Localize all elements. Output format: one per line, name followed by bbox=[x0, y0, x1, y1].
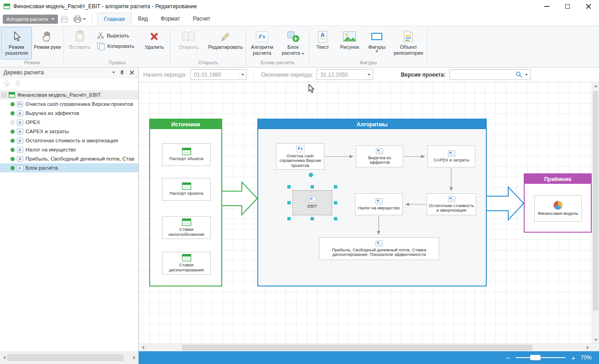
block-clear-cash[interactable]: Fx Очистка cash справочника Версии проек… bbox=[276, 143, 324, 170]
container-receiver[interactable]: Приёмник Финансовая модель bbox=[524, 173, 592, 233]
selection-handle[interactable] bbox=[334, 217, 337, 220]
hand-mode-button[interactable]: Режим руки bbox=[32, 27, 63, 59]
chevron-down-icon[interactable] bbox=[365, 70, 373, 79]
scroll-down-arrow[interactable] bbox=[593, 337, 599, 343]
tree-horizontal-scrollbar[interactable] bbox=[0, 351, 139, 364]
tree-item[interactable]: fx Налог на имущество bbox=[0, 145, 138, 154]
block-revenue-effects[interactable]: Выручка из эффектов bbox=[356, 146, 403, 167]
delete-button[interactable]: Удалить bbox=[139, 27, 170, 59]
block-property-tax[interactable]: Налог на имущество bbox=[355, 193, 403, 215]
project-version-input[interactable] bbox=[450, 70, 516, 79]
block-discount-rates[interactable]: Ставки дисконтирования bbox=[162, 252, 211, 275]
panel-close-icon[interactable] bbox=[130, 70, 134, 75]
block-passport-object[interactable]: Паспорт объекта bbox=[162, 143, 211, 166]
scroll-left-arrow[interactable] bbox=[140, 344, 146, 351]
container-sources[interactable]: Источники Паспорт объекта Паспорт проект… bbox=[149, 119, 222, 286]
container-algorithms-header[interactable]: Алгоритмы bbox=[258, 120, 486, 129]
tab-glavnaya[interactable]: Главная bbox=[97, 13, 132, 26]
print-button[interactable] bbox=[71, 14, 89, 25]
vertical-scroll-thumb[interactable] bbox=[593, 91, 598, 310]
tab-raschet[interactable]: Расчет bbox=[187, 13, 217, 26]
pin-icon[interactable] bbox=[120, 70, 125, 75]
chevron-down-icon[interactable] bbox=[239, 70, 246, 79]
move-down-icon[interactable] bbox=[15, 80, 21, 87]
horizontal-scrollbar[interactable] bbox=[139, 343, 599, 351]
collapse-icon[interactable] bbox=[2, 93, 6, 97]
repository-object-button[interactable]: Объект репозитория bbox=[390, 27, 427, 59]
tree-item[interactable]: fx Выручка из эффектов bbox=[0, 109, 138, 118]
tree-root-item[interactable]: Финансовая модель_Расчёт_EBIT bbox=[0, 90, 138, 99]
spreadsheet-icon bbox=[182, 148, 191, 155]
minimize-button[interactable] bbox=[536, 0, 557, 13]
zoom-in-button[interactable]: + bbox=[571, 354, 575, 361]
shapes-button[interactable]: Фигуры bbox=[364, 27, 390, 59]
container-receiver-header[interactable]: Приёмник bbox=[525, 174, 591, 184]
zoom-slider-thumb[interactable] bbox=[530, 355, 541, 360]
tree-item[interactable]: fx CAPEX и затраты bbox=[0, 127, 138, 136]
block-financial-model[interactable]: Финансовая модель bbox=[534, 195, 582, 222]
block-profit-fcf[interactable]: Прибыль, Свободный денежный поток, Ставк… bbox=[319, 237, 439, 260]
tree-item[interactable]: fx Прибыль, Свободный денежный поток, Ст… bbox=[0, 154, 138, 163]
selection-handle[interactable] bbox=[311, 185, 314, 188]
tree-item[interactable]: Fx Очистка cash справочника Версии проек… bbox=[0, 99, 138, 109]
pointer-mode-button[interactable]: Режим указателя bbox=[1, 27, 32, 59]
horizontal-scroll-thumb[interactable] bbox=[182, 345, 532, 350]
group-label-mode: Режим bbox=[1, 59, 63, 67]
block-residual-value[interactable]: Остаточная стоимость и амортизация bbox=[427, 193, 476, 215]
selection-handle[interactable] bbox=[287, 217, 291, 220]
edit-button[interactable]: Редактировать bbox=[206, 27, 245, 59]
calc-algorithm-button[interactable]: Fx Алгоритм расчета bbox=[246, 27, 277, 59]
open-button[interactable]: Открыть bbox=[171, 27, 206, 59]
cut-button[interactable]: Вырезать bbox=[95, 31, 139, 40]
diagram-canvas[interactable]: Источники Паспорт объекта Паспорт проект… bbox=[139, 82, 592, 343]
close-button[interactable] bbox=[578, 0, 599, 13]
tab-format[interactable]: Формат bbox=[154, 13, 187, 26]
text-button[interactable]: A Текст bbox=[310, 27, 335, 59]
tree-item[interactable]: fx OPEX bbox=[0, 118, 138, 127]
block-capex[interactable]: CAPEX и затраты bbox=[427, 146, 475, 167]
zoom-slider[interactable] bbox=[516, 357, 566, 358]
panel-menu-chevron-icon[interactable] bbox=[112, 72, 115, 73]
selection-handle[interactable] bbox=[287, 185, 291, 188]
container-algorithms[interactable]: Алгоритмы Fx bbox=[257, 119, 487, 286]
tree-scroll-thumb[interactable] bbox=[7, 354, 123, 361]
paste-button[interactable]: Вставить bbox=[64, 27, 95, 59]
container-sources-header[interactable]: Источники bbox=[150, 120, 221, 129]
project-version-search[interactable] bbox=[449, 69, 531, 80]
picture-button[interactable]: Рисунок bbox=[335, 27, 364, 59]
chevron-down-icon bbox=[302, 53, 304, 55]
connection-point[interactable] bbox=[309, 173, 313, 177]
ribbon-group-shapes: A Текст Рисунок Фигуры bbox=[310, 26, 427, 67]
tab-vid[interactable]: Вид bbox=[131, 13, 154, 26]
search-icon[interactable] bbox=[516, 71, 522, 78]
algorithm-dropdown-button[interactable]: Алгоритм расчета bbox=[3, 15, 58, 24]
vertical-scrollbar[interactable] bbox=[592, 82, 599, 343]
scroll-right-arrow[interactable] bbox=[131, 354, 137, 361]
calc-block-button[interactable]: Блок расчета bbox=[277, 27, 308, 59]
chevron-down-icon[interactable] bbox=[522, 70, 530, 79]
clipboard-icon bbox=[76, 30, 84, 43]
scroll-up-arrow[interactable] bbox=[593, 83, 599, 89]
block-ebit-selected[interactable]: EBIT bbox=[292, 190, 332, 215]
period-start-combobox[interactable]: 01.01.1980 bbox=[190, 69, 247, 80]
project-version-label: Версия проекта: bbox=[401, 72, 445, 78]
selection-handle[interactable] bbox=[334, 185, 337, 188]
picture-label: Рисунок bbox=[340, 44, 359, 50]
status-dot-icon bbox=[10, 130, 15, 134]
selection-handle[interactable] bbox=[287, 201, 291, 204]
scroll-right-arrow[interactable] bbox=[584, 344, 591, 351]
period-end-label: Окончание периода: bbox=[261, 72, 313, 78]
save-button[interactable] bbox=[58, 14, 71, 25]
selection-handle[interactable] bbox=[334, 201, 337, 204]
block-tax-rates[interactable]: Ставки налогообложения bbox=[162, 216, 211, 239]
tree-item-selected[interactable]: fx Блок расчёта bbox=[0, 163, 138, 172]
tree-item[interactable]: fx Остаточная стоимость и амортизация bbox=[0, 136, 138, 145]
zoom-out-button[interactable]: − bbox=[506, 354, 510, 361]
period-end-combobox[interactable]: 31.12.2050 bbox=[317, 69, 373, 80]
copy-button[interactable]: Копировать bbox=[95, 42, 139, 51]
maximize-button[interactable] bbox=[557, 0, 578, 13]
selection-handle[interactable] bbox=[311, 217, 314, 220]
move-up-icon[interactable] bbox=[4, 80, 10, 87]
scroll-left-arrow[interactable] bbox=[1, 354, 7, 361]
block-passport-project[interactable]: Паспорт проекта bbox=[162, 178, 211, 201]
